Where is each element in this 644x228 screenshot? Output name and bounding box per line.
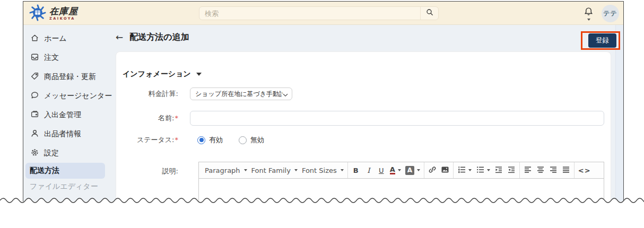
chevron-down-icon [283,89,288,99]
status-radio-disabled[interactable]: 無効 [239,135,264,145]
product-tag-icon [30,72,39,82]
underline-button[interactable]: U [375,163,388,177]
app-logo[interactable]: 在庫屋 ZAIKOYA [29,4,78,23]
chevron-down-icon [468,169,472,171]
sidebar-item-payments[interactable]: 入出金管理 [23,106,109,125]
radio-selected-icon [197,136,205,144]
chevron-down-icon [244,169,247,171]
numbered-list-button[interactable] [455,163,474,177]
home-icon [30,33,39,44]
sidebar-item-label: 商品登録・更新 [44,72,96,82]
sidebar-item-settings[interactable]: 設定 [23,144,109,163]
app-window: 在庫屋 ZAIKOYA [23,1,624,201]
search-button[interactable] [420,7,438,20]
bold-button[interactable]: B [350,163,362,177]
bell-caret-icon [587,19,590,21]
chevron-down-icon [417,169,420,171]
status-radio-enabled[interactable]: 有効 [197,135,223,145]
fee-calc-label: 料金計算: [123,89,178,99]
radio-label: 無効 [250,135,264,145]
required-asterisk: * [175,136,179,144]
section-title: インフォメーション [123,69,191,79]
search-input[interactable] [199,10,420,17]
scrollbar-track[interactable] [615,25,623,201]
sidebar-item-file-editor[interactable]: ファイルエディター [25,179,105,195]
logo-subtitle: ZAIKOYA [49,17,78,21]
description-label: 説明: [123,162,178,176]
background-color-button[interactable]: A [403,163,422,177]
sidebar-item-label: 注文 [44,53,59,63]
italic-button[interactable]: I [362,163,375,177]
back-button[interactable]: ← [116,33,123,42]
background-color-icon: A [405,166,414,175]
collapse-triangle-icon [196,73,202,76]
search-box [199,6,439,20]
sidebar-item-label: 出品者情報 [44,129,81,139]
status-label: ステータス:* [123,135,178,145]
chevron-down-icon [487,169,490,171]
bullet-list-button[interactable] [474,163,492,177]
insert-image-button[interactable] [439,163,451,177]
text-color-button[interactable]: A [388,163,403,177]
align-right-icon [549,165,558,176]
align-left-icon [524,165,532,176]
form-card: インフォメーション 料金計算: ショップ所在地に基づき手動計算 名前:* ステー… [116,51,611,201]
align-center-button[interactable] [534,163,547,177]
sidebar-item-label: メッセージセンター [44,91,112,101]
text-color-icon: A [390,166,395,174]
chevron-down-icon [398,169,401,171]
bell-icon [584,6,594,19]
notifications-button[interactable] [584,6,594,21]
fee-calc-row: 料金計算: ショップ所在地に基づき手動計算 [123,87,604,100]
name-input[interactable] [190,111,604,126]
chevron-down-icon [341,169,344,171]
name-row: 名前:* [123,111,604,126]
torn-edge-wave [0,196,644,227]
required-asterisk: * [175,114,179,122]
editor-toolbar: Paragraph Font Family Font Sizes B I U A… [198,162,604,179]
sidebar-item-seller-info[interactable]: 出品者情報 [23,125,109,144]
indent-button[interactable] [492,163,505,177]
radio-label: 有効 [209,135,223,145]
status-row: ステータス:* 有効 無効 [123,135,604,145]
sidebar-item-shipping-methods[interactable]: 配送方法 [25,163,105,179]
topbar-right: テテ [584,2,619,25]
top-bar: 在庫屋 ZAIKOYA [23,2,623,25]
logo-title: 在庫屋 [49,7,78,16]
fee-calc-select[interactable]: ショップ所在地に基づき手動計算 [190,87,292,100]
wallet-icon [30,110,39,120]
annotation-highlight-box: 登録 [581,31,620,50]
align-justify-button[interactable] [560,163,572,177]
sidebar-item-orders[interactable]: 注文 [23,48,109,67]
user-avatar[interactable]: テテ [602,5,619,22]
numbered-list-icon [457,165,466,176]
align-left-button[interactable] [521,163,534,177]
sidebar-item-label: ホーム [44,34,67,43]
align-justify-icon [562,165,570,176]
orders-icon [30,52,39,63]
image-icon [441,165,449,176]
sidebar-item-label: 入出金管理 [44,110,81,120]
font-family-dropdown[interactable]: Font Family [249,163,300,177]
font-sizes-dropdown[interactable]: Font Sizes [300,163,346,177]
radio-unselected-icon [239,136,247,144]
seller-icon [30,129,39,139]
align-right-button[interactable] [547,163,560,177]
fee-calc-selected-value: ショップ所在地に基づき手動計算 [195,90,283,99]
sidebar-item-products[interactable]: 商品登録・更新 [23,67,109,86]
page-title: 配送方法の追加 [129,32,189,43]
insert-link-button[interactable] [426,163,439,177]
align-center-icon [536,165,545,176]
source-code-button[interactable]: <> [576,163,593,177]
paragraph-dropdown[interactable]: Paragraph [203,163,249,177]
sidebar-item-label: ファイルエディター [30,182,98,191]
sidebar-item-messages[interactable]: メッセージセンター [23,86,109,106]
outdent-icon [507,165,516,176]
search-icon [425,8,434,19]
register-button[interactable]: 登録 [588,33,616,48]
chevron-down-icon [294,169,298,171]
sidebar-item-home[interactable]: ホーム [23,29,109,48]
outdent-button[interactable] [505,163,518,177]
section-toggle[interactable]: インフォメーション [123,69,604,79]
gear-icon [30,148,39,159]
